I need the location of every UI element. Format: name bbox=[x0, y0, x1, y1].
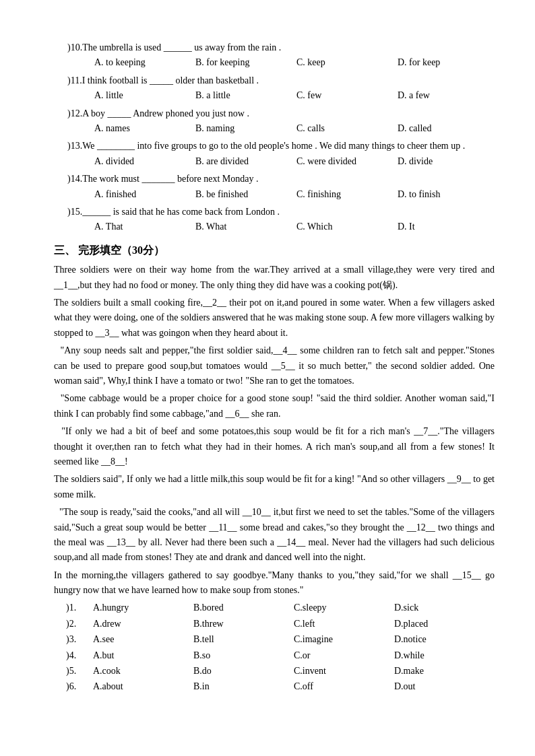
option-11-a: A. little bbox=[94, 88, 182, 103]
answer-row-1: )1. A.hungry B.bored C.sleepy D.sick bbox=[54, 600, 495, 615]
option-14-d: D. to finish bbox=[398, 187, 485, 202]
answer-row-6: )6. A.about B.in C.off D.out bbox=[54, 679, 495, 694]
ans-paren-2 bbox=[54, 617, 66, 631]
ans-paren-1 bbox=[54, 600, 66, 615]
option-12-c: C. calls bbox=[296, 121, 384, 136]
ans-num-1: )1. bbox=[66, 600, 93, 615]
exam-content: )10. The umbrella is used ______ us away… bbox=[54, 40, 495, 695]
ans-4-a: A.but bbox=[93, 648, 193, 663]
answer-row-3: )3. A.see B.tell C.imagine D.notice bbox=[54, 632, 495, 647]
ans-3-d: D.notice bbox=[394, 632, 495, 647]
ans-2-a: A.drew bbox=[93, 617, 193, 631]
ans-1-a: A.hungry bbox=[93, 600, 193, 615]
ans-3-c: C.imagine bbox=[294, 632, 394, 647]
option-13-b: B. are divided bbox=[195, 154, 283, 169]
q-text-11: I think football is _____ older than bas… bbox=[82, 73, 259, 88]
answer-block: )1. A.hungry B.bored C.sleepy D.sick )2.… bbox=[54, 600, 495, 694]
ans-5-b: B.do bbox=[193, 664, 294, 679]
ans-1-c: C.sleepy bbox=[294, 600, 394, 615]
passage-p6: The soldiers said", If only we had a lit… bbox=[54, 472, 495, 502]
q-num-15: )15. bbox=[67, 205, 82, 219]
option-11-b: B. a little bbox=[195, 88, 283, 103]
option-12-d: D. called bbox=[398, 121, 485, 136]
option-13-a: A. divided bbox=[94, 154, 182, 169]
option-10-c: C. keep bbox=[296, 55, 384, 70]
q-num-12: )12. bbox=[67, 106, 82, 121]
ans-1-b: B.bored bbox=[193, 600, 294, 615]
q-num-11: )11. bbox=[67, 73, 82, 88]
question-14: )14. The work must _______ before next M… bbox=[54, 172, 495, 202]
ans-6-c: C.off bbox=[294, 679, 394, 694]
option-11-c: C. few bbox=[296, 88, 384, 103]
ans-6-d: D.out bbox=[394, 679, 495, 694]
option-12-b: B. naming bbox=[195, 121, 283, 136]
q-text-13: We ________ into five groups to go to th… bbox=[82, 139, 465, 153]
option-11-d: D. a few bbox=[398, 88, 485, 103]
ans-paren-4 bbox=[54, 648, 66, 663]
q-text-14: The work must _______ before next Monday… bbox=[82, 172, 258, 186]
ans-6-a: A.about bbox=[93, 679, 193, 694]
passage-p2: The soldiers built a small cooking fire,… bbox=[54, 296, 495, 341]
option-14-b: B. be finished bbox=[195, 187, 283, 202]
ans-2-d: D.placed bbox=[394, 617, 495, 631]
ans-num-3: )3. bbox=[66, 632, 93, 647]
ans-3-b: B.tell bbox=[193, 632, 294, 647]
option-13-c: C. were divided bbox=[296, 154, 384, 169]
question-15: )15. ______ is said that he has come bac… bbox=[54, 205, 495, 235]
q-num-10: )10. bbox=[67, 40, 82, 55]
ans-paren-3 bbox=[54, 632, 66, 647]
option-10-d: D. for keep bbox=[398, 55, 485, 70]
ans-2-b: B.threw bbox=[193, 617, 294, 631]
answer-row-4: )4. A.but B.so C.or D.while bbox=[54, 648, 495, 663]
q-num-14: )14. bbox=[67, 172, 82, 186]
question-11: )11. I think football is _____ older tha… bbox=[54, 73, 495, 104]
ans-6-b: B.in bbox=[193, 679, 294, 694]
passage-p4: "Some cabbage would be a proper choice f… bbox=[54, 391, 495, 421]
answer-row-2: )2. A.drew B.threw C.left D.placed bbox=[54, 617, 495, 631]
option-15-c: C. Which bbox=[296, 219, 384, 234]
ans-4-c: C.or bbox=[294, 648, 394, 663]
ans-5-c: C.invent bbox=[294, 664, 394, 679]
ans-num-2: )2. bbox=[66, 617, 93, 631]
ans-3-a: A.see bbox=[93, 632, 193, 647]
option-15-a: A. That bbox=[94, 219, 182, 234]
option-10-b: B. for keeping bbox=[195, 55, 283, 70]
ans-4-d: D.while bbox=[394, 648, 495, 663]
passage-p3: "Any soup needs salt and pepper,"the fir… bbox=[54, 343, 495, 388]
passage-p7: "The soup is ready,"said the cooks,"and … bbox=[54, 505, 495, 565]
ans-2-c: C.left bbox=[294, 617, 394, 631]
q-text-10: The umbrella is used ______ us away from… bbox=[82, 40, 281, 55]
ans-5-a: A.cook bbox=[93, 664, 193, 679]
ans-paren-6 bbox=[54, 679, 66, 694]
answer-row-5: )5. A.cook B.do C.invent D.make bbox=[54, 664, 495, 679]
q-text-15: ______ is said that he has come back fro… bbox=[82, 205, 280, 219]
section3-title: 三、 完形填空（30分） bbox=[54, 242, 495, 259]
paren-15 bbox=[54, 205, 67, 219]
ans-num-5: )5. bbox=[66, 664, 93, 679]
paren-10 bbox=[54, 40, 67, 55]
paren-11 bbox=[54, 73, 67, 88]
ans-num-4: )4. bbox=[66, 648, 93, 663]
paren-12 bbox=[54, 106, 67, 121]
q-num-13: )13. bbox=[67, 139, 82, 153]
option-10-a: A. to keeping bbox=[94, 55, 182, 70]
passage-p1: Three soldiers were on their way home fr… bbox=[54, 263, 495, 293]
ans-num-6: )6. bbox=[66, 679, 93, 694]
ans-paren-5 bbox=[54, 664, 66, 679]
paren-13 bbox=[54, 139, 67, 153]
option-14-a: A. finished bbox=[94, 187, 182, 202]
paren-14 bbox=[54, 172, 67, 186]
question-10: )10. The umbrella is used ______ us away… bbox=[54, 40, 495, 71]
question-13: )13. We ________ into five groups to go … bbox=[54, 139, 495, 169]
ans-4-b: B.so bbox=[193, 648, 294, 663]
ans-5-d: D.make bbox=[394, 664, 495, 679]
passage-p5: "If only we had a bit of beef and some p… bbox=[54, 424, 495, 469]
option-15-d: D. It bbox=[398, 219, 485, 234]
option-13-d: D. divide bbox=[398, 154, 485, 169]
question-12: )12. A boy _____ Andrew phoned you just … bbox=[54, 106, 495, 137]
option-12-a: A. names bbox=[94, 121, 182, 136]
option-15-b: B. What bbox=[195, 219, 283, 234]
option-14-c: C. finishing bbox=[296, 187, 384, 202]
ans-1-d: D.sick bbox=[394, 600, 495, 615]
q-text-12: A boy _____ Andrew phoned you just now . bbox=[82, 106, 249, 121]
